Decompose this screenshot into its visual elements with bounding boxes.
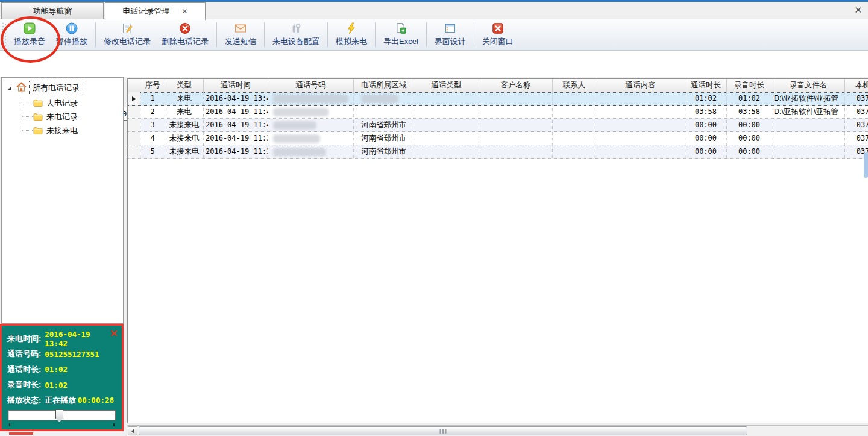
tab-call-records[interactable]: 电话记录管理 ✕ bbox=[105, 2, 206, 20]
toolbar-button-config[interactable]: 来电设备配置 bbox=[267, 19, 325, 50]
column-header[interactable]: 通话时间 bbox=[204, 79, 268, 92]
cell-dur: 00:00 bbox=[685, 145, 727, 158]
cell-dur: 00:00 bbox=[685, 119, 727, 131]
toolbar-button-edit[interactable]: 修改电话记录 bbox=[98, 19, 156, 50]
cell-text: 037 bbox=[857, 107, 868, 116]
cell-text: 03:58 bbox=[738, 107, 760, 116]
column-header[interactable]: 通话内容 bbox=[596, 79, 685, 92]
cell-text: 00:00 bbox=[738, 121, 760, 129]
slider-thumb[interactable] bbox=[55, 409, 63, 422]
column-header[interactable]: 客户名称 bbox=[479, 79, 553, 92]
column-header[interactable]: 通话类型 bbox=[414, 79, 479, 92]
cell-number bbox=[268, 132, 354, 145]
cell-text: 00:00 bbox=[738, 134, 760, 142]
column-header[interactable]: 类型 bbox=[165, 79, 204, 92]
cell-time: 2016-04-19 11:43 bbox=[204, 106, 268, 118]
cell-text: 来电 bbox=[177, 94, 192, 103]
column-header[interactable]: 通话号码 bbox=[268, 79, 354, 92]
toolbar-separator bbox=[95, 22, 96, 47]
cell-number bbox=[268, 145, 354, 158]
tree-item-all-records[interactable]: 所有电话记录 bbox=[2, 81, 83, 95]
cell-text: 00:00 bbox=[695, 147, 717, 156]
toolbar-button-label: 暂停播放 bbox=[56, 36, 87, 47]
column-header[interactable]: 通话时长 bbox=[685, 79, 727, 92]
cell-text: 00:00 bbox=[738, 147, 760, 156]
cell-contact bbox=[553, 106, 596, 118]
toolbar-button-design[interactable]: 界面设计 bbox=[429, 19, 471, 50]
tree-guide-line bbox=[22, 103, 33, 103]
toolbar-button-delete[interactable]: 删除电话记录 bbox=[156, 19, 214, 50]
table-row[interactable]: 5未接来电2016-04-19 11:38河南省郑州市00:0000:00037 bbox=[128, 145, 868, 159]
vertical-scrollbar-thumb[interactable] bbox=[864, 153, 868, 178]
row-marker bbox=[128, 119, 140, 131]
redacted-number bbox=[273, 148, 326, 156]
close-icon[interactable]: ✕ bbox=[854, 5, 862, 16]
tree-item-3[interactable]: 未接来电 bbox=[2, 124, 123, 137]
cell-text: 037 bbox=[857, 134, 868, 142]
cell-text: 4 bbox=[150, 134, 154, 142]
toolbar-button-excel[interactable]: 导出Excel bbox=[378, 19, 424, 50]
tree-item-2[interactable]: 来电记录 bbox=[2, 110, 123, 124]
cell-text: 未接来电 bbox=[169, 147, 200, 156]
toolbar-button-label: 界面设计 bbox=[435, 36, 466, 47]
column-header[interactable]: 录音文件名 bbox=[772, 79, 845, 92]
horizontal-scrollbar-thumb[interactable] bbox=[139, 426, 747, 435]
toolbar-button-pause[interactable]: 暂停播放 bbox=[51, 19, 93, 50]
toolbar-button-label: 来电设备配置 bbox=[272, 36, 319, 47]
table-row[interactable]: 1来电2016-04-19 13:4201:0201:02D:\亚拓软件\亚拓管… bbox=[128, 92, 868, 106]
cell-text: 来电 bbox=[177, 107, 192, 116]
cell-file bbox=[772, 145, 845, 158]
config-icon bbox=[290, 22, 302, 34]
cell-text: 5 bbox=[150, 147, 154, 156]
tree-expander-icon[interactable] bbox=[7, 86, 11, 90]
column-header[interactable]: 序号 bbox=[140, 79, 165, 92]
column-header[interactable]: 电话所属区域 bbox=[354, 79, 414, 92]
redacted-number bbox=[273, 121, 316, 130]
cell-type: 来电 bbox=[165, 92, 204, 105]
cell-text: D:\亚拓软件\亚拓管 bbox=[774, 107, 838, 116]
player-value: 051255127351 bbox=[45, 350, 99, 359]
toolbar-separator bbox=[375, 22, 376, 47]
toolbar-button-closewin[interactable]: 关闭窗口 bbox=[477, 19, 519, 50]
cell-no: 2 bbox=[140, 106, 165, 118]
player-value: 2016-04-19 13:42 bbox=[45, 330, 116, 348]
toolbar-buttons: 播放录音暂停播放修改电话记录删除电话记录发送短信来电设备配置模拟来电导出Exce… bbox=[8, 19, 519, 50]
scroll-left-arrow[interactable] bbox=[128, 426, 137, 435]
toolbar-grip[interactable] bbox=[2, 23, 6, 47]
cell-text: 2016-04-19 13:42 bbox=[206, 94, 268, 103]
player-label: 来电时间: bbox=[7, 333, 41, 344]
cell-number bbox=[268, 119, 354, 131]
tab-close-icon[interactable]: ✕ bbox=[181, 8, 187, 15]
cell-customer bbox=[479, 106, 553, 118]
cell-contact bbox=[553, 145, 596, 158]
player-info-row: 通话时长:01:02 bbox=[7, 362, 116, 378]
table-row[interactable]: 2来电2016-04-19 11:4303:5803:58D:\亚拓软件\亚拓管… bbox=[128, 106, 868, 119]
toolbar-button-lightning[interactable]: 模拟来电 bbox=[330, 19, 373, 50]
toolbar-button-sms[interactable]: 发送短信 bbox=[219, 19, 262, 50]
toolbar-button-label: 修改电话记录 bbox=[104, 36, 151, 47]
table-row[interactable]: 4未接来电2016-04-19 11:38河南省郑州市00:0000:00037 bbox=[128, 132, 868, 145]
playback-progress-slider[interactable] bbox=[8, 410, 116, 420]
player-status-value: 正在播放 bbox=[45, 395, 76, 406]
cell-type: 未接来电 bbox=[165, 132, 204, 145]
tree-item-1[interactable]: 去电记录 bbox=[2, 96, 123, 110]
column-header[interactable]: 联系人 bbox=[553, 79, 596, 92]
tab-function-nav[interactable]: 功能导航窗 bbox=[1, 2, 104, 19]
cell-text: 2016-04-19 11:43 bbox=[206, 107, 268, 116]
cell-local: 037 bbox=[845, 92, 868, 105]
toolbar-separator bbox=[426, 22, 427, 47]
cell-text: 2016-04-19 11:41 bbox=[206, 121, 268, 129]
cell-no: 5 bbox=[140, 145, 165, 158]
column-header[interactable]: 本机 bbox=[845, 79, 868, 92]
cell-content bbox=[596, 145, 685, 158]
cell-region bbox=[354, 106, 414, 118]
table-row[interactable]: 3未接来电2016-04-19 11:41河南省郑州市00:0000:00037 bbox=[128, 119, 868, 132]
player-close-icon[interactable]: ✕ bbox=[110, 327, 118, 340]
toolbar-separator bbox=[264, 22, 265, 47]
toolbar-button-play[interactable]: 播放录音 bbox=[8, 19, 51, 50]
player-info-row: 通话号码:051255127351 bbox=[7, 347, 116, 362]
column-header[interactable]: 录音时长 bbox=[727, 79, 772, 92]
cell-customer bbox=[479, 92, 553, 105]
scrollbar-grip-icon bbox=[440, 429, 447, 434]
cell-recdur: 01:02 bbox=[727, 92, 772, 105]
